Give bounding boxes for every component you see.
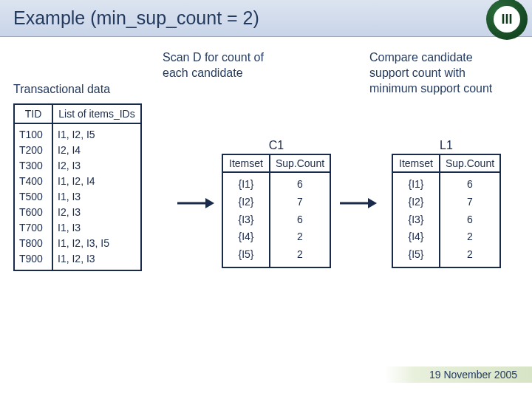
- arrow-icon: [177, 196, 214, 211]
- c1-table: Itemset Sup.Count {I1}{I2}{I3}{I4}{I5} 6…: [222, 154, 331, 268]
- l1-table: Itemset Sup.Count {I1}{I2}{I3}{I4}{I5} 6…: [392, 154, 501, 268]
- step2-label: Compare candidate support count with min…: [369, 50, 495, 96]
- transactional-data-label: Transactional data: [13, 83, 110, 96]
- slide-title: Example (min_sup_count = 2): [13, 7, 259, 28]
- c1-header-count: Sup.Count: [269, 155, 330, 171]
- l1-caption: L1: [392, 139, 501, 152]
- step1-label: Scan D for count of each candidate: [163, 50, 266, 81]
- c1-header-itemset: Itemset: [223, 155, 269, 171]
- l1-itemset-col: {I1}{I2}{I3}{I4}{I5}: [393, 173, 439, 267]
- l1-table-wrap: L1 Itemset Sup.Count {I1}{I2}{I3}{I4}{I5…: [392, 139, 501, 268]
- footer-date: 19 November 2005: [385, 366, 532, 383]
- l1-header-count: Sup.Count: [439, 155, 499, 171]
- trans-header-tid: TID: [15, 105, 52, 123]
- c1-table-wrap: C1 Itemset Sup.Count {I1}{I2}{I3}{I4}{I5…: [222, 139, 331, 268]
- slide-title-bar: Example (min_sup_count = 2) III: [0, 0, 532, 37]
- logo-icon: III: [486, 0, 528, 40]
- c1-count-col: 67622: [269, 173, 330, 267]
- l1-count-col: 67622: [439, 173, 499, 267]
- svg-marker-1: [205, 198, 214, 208]
- arrow-icon: [340, 196, 377, 211]
- trans-items-col: I1, I2, I5I2, I4I2, I3I1, I2, I4I1, I3I2…: [52, 124, 140, 270]
- slide-content: Transactional data Scan D for count of e…: [0, 37, 532, 52]
- c1-itemset-col: {I1}{I2}{I3}{I4}{I5}: [223, 173, 269, 267]
- transactional-data-table: TID List of items_IDs T100T200T300T400T5…: [13, 103, 142, 271]
- l1-header-itemset: Itemset: [393, 155, 439, 171]
- c1-caption: C1: [222, 139, 331, 152]
- trans-tid-col: T100T200T300T400T500T600T700T800T900: [15, 124, 52, 270]
- trans-header-items: List of items_IDs: [52, 105, 140, 123]
- svg-marker-3: [368, 198, 377, 208]
